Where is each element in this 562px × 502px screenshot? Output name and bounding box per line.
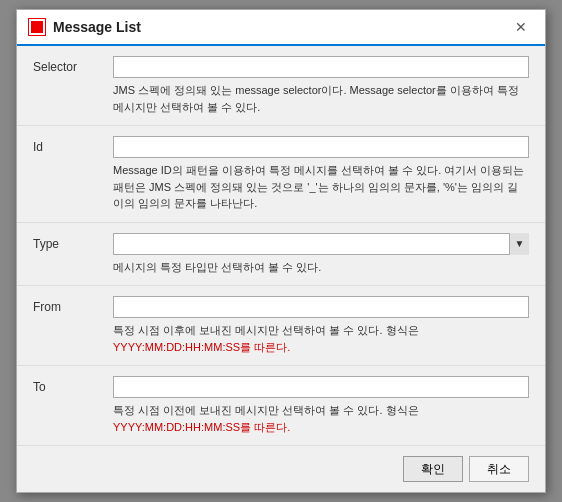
selector-content: JMS 스펙에 정의돼 있는 message selector이다. Messa… <box>113 56 529 115</box>
type-desc: 메시지의 특정 타입만 선택하여 볼 수 있다. <box>113 259 529 276</box>
message-list-dialog: Message List ✕ Selector JMS 스펙에 정의돼 있는 m… <box>16 9 546 493</box>
dialog-title: Message List <box>53 19 141 35</box>
type-label: Type <box>33 233 113 251</box>
title-icon <box>29 19 45 35</box>
from-content: 특정 시점 이후에 보내진 메시지만 선택하여 볼 수 있다. 형식은 YYYY… <box>113 296 529 355</box>
type-content: ▼ 메시지의 특정 타입만 선택하여 볼 수 있다. <box>113 233 529 276</box>
close-button[interactable]: ✕ <box>509 18 533 36</box>
from-desc: 특정 시점 이후에 보내진 메시지만 선택하여 볼 수 있다. 형식은 YYYY… <box>113 322 529 355</box>
to-content: 특정 시점 이전에 보내진 메시지만 선택하여 볼 수 있다. 형식은 YYYY… <box>113 376 529 435</box>
type-select-wrapper: ▼ <box>113 233 529 255</box>
selector-desc: JMS 스펙에 정의돼 있는 message selector이다. Messa… <box>113 82 529 115</box>
confirm-button[interactable]: 확인 <box>403 456 463 482</box>
to-row: To 특정 시점 이전에 보내진 메시지만 선택하여 볼 수 있다. 형식은 Y… <box>17 366 545 446</box>
id-label: Id <box>33 136 113 154</box>
id-content: Message ID의 패턴을 이용하여 특정 메시지를 선택하여 볼 수 있다… <box>113 136 529 212</box>
dialog-titlebar: Message List ✕ <box>17 10 545 46</box>
to-desc-normal: 특정 시점 이전에 보내진 메시지만 선택하여 볼 수 있다. 형식은 <box>113 404 419 416</box>
to-desc-highlight: YYYY:MM:DD:HH:MM:SS를 따른다. <box>113 421 290 433</box>
selector-input[interactable] <box>113 56 529 78</box>
from-label: From <box>33 296 113 314</box>
to-input[interactable] <box>113 376 529 398</box>
cancel-button[interactable]: 취소 <box>469 456 529 482</box>
from-input[interactable] <box>113 296 529 318</box>
id-row: Id Message ID의 패턴을 이용하여 특정 메시지를 선택하여 볼 수… <box>17 126 545 223</box>
type-select[interactable] <box>113 233 529 255</box>
to-desc: 특정 시점 이전에 보내진 메시지만 선택하여 볼 수 있다. 형식은 YYYY… <box>113 402 529 435</box>
selector-label: Selector <box>33 56 113 74</box>
from-desc-highlight: YYYY:MM:DD:HH:MM:SS를 따른다. <box>113 341 290 353</box>
to-label: To <box>33 376 113 394</box>
type-row: Type ▼ 메시지의 특정 타입만 선택하여 볼 수 있다. <box>17 223 545 287</box>
id-desc: Message ID의 패턴을 이용하여 특정 메시지를 선택하여 볼 수 있다… <box>113 162 529 212</box>
dialog-footer: 확인 취소 <box>17 446 545 492</box>
from-desc-normal: 특정 시점 이후에 보내진 메시지만 선택하여 볼 수 있다. 형식은 <box>113 324 419 336</box>
selector-row: Selector JMS 스펙에 정의돼 있는 message selector… <box>17 46 545 126</box>
dialog-body: Selector JMS 스펙에 정의돼 있는 message selector… <box>17 46 545 446</box>
from-row: From 특정 시점 이후에 보내진 메시지만 선택하여 볼 수 있다. 형식은… <box>17 286 545 366</box>
title-left: Message List <box>29 19 141 35</box>
id-input[interactable] <box>113 136 529 158</box>
